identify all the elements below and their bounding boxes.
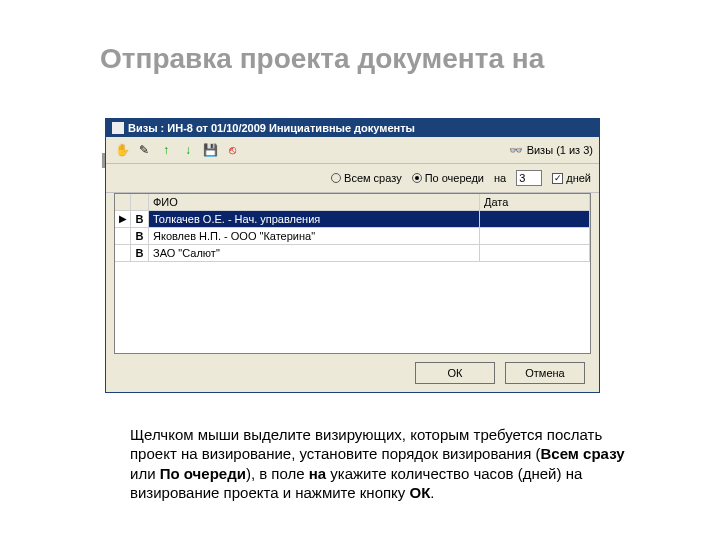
outro-t1: Щелчком мыши выделите визирующих, которы… (130, 426, 602, 463)
row-b: В (131, 245, 149, 261)
days-input[interactable] (516, 170, 542, 186)
outro-text: Щелчком мыши выделите визирующих, которы… (130, 405, 628, 503)
radio-icon (331, 173, 341, 183)
radio-all-at-once[interactable]: Всем сразу (331, 172, 402, 184)
days-checkbox[interactable]: дней (552, 172, 591, 184)
row-fio: ЗАО "Салют" (149, 245, 480, 261)
row-b: В (131, 228, 149, 244)
row-marker-icon (115, 228, 131, 244)
col-fio: ФИО (149, 194, 480, 210)
outro-b4: ОК (410, 484, 431, 501)
arrow-up-icon[interactable]: ↑ (156, 140, 176, 160)
outro-b2: По очереди (160, 465, 246, 482)
save-icon[interactable]: 💾 (200, 140, 220, 160)
visas-window: Визы : ИН-8 от 01/10/2009 Инициативные д… (105, 118, 600, 393)
add-icon[interactable]: ✋ (112, 140, 132, 160)
outro-t5: . (430, 484, 434, 501)
visas-counter-label: Визы (1 из 3) (527, 144, 593, 156)
row-fio: Яковлев Н.П. - ООО "Катерина" (149, 228, 480, 244)
table-row[interactable]: В ЗАО "Салют" (115, 245, 590, 262)
glasses-icon: 👓 (509, 144, 523, 157)
row-date (480, 228, 590, 244)
radio-seq-label: По очереди (425, 172, 484, 184)
toolbar: ✋ ✎ ↑ ↓ 💾 ⎋ 👓 Визы (1 из 3) (106, 137, 599, 164)
outro-t2: или (130, 465, 160, 482)
cancel-button[interactable]: Отмена (505, 362, 585, 384)
col-marker (115, 194, 131, 210)
radio-all-label: Всем сразу (344, 172, 402, 184)
checkbox-icon (552, 173, 563, 184)
outro-b1: Всем сразу (541, 445, 625, 462)
title-line-1: Отправка проекта документа на (100, 43, 544, 74)
row-marker-icon (115, 245, 131, 261)
radio-in-turn[interactable]: По очереди (412, 172, 484, 184)
options-row: Всем сразу По очереди на дней (106, 164, 599, 193)
row-fio: Толкачев О.Е. - Нач. управления (149, 211, 480, 227)
row-date (480, 245, 590, 261)
label-na: на (494, 172, 506, 184)
table-header: ФИО Дата (115, 194, 590, 211)
outro-b3: на (309, 465, 326, 482)
days-label: дней (566, 172, 591, 184)
visas-counter: 👓 Визы (1 из 3) (509, 144, 593, 157)
arrow-down-icon[interactable]: ↓ (178, 140, 198, 160)
window-titlebar: Визы : ИН-8 от 01/10/2009 Инициативные д… (106, 119, 599, 137)
row-date (480, 211, 590, 227)
col-b (131, 194, 149, 210)
visers-table: ФИО Дата ▶ В Толкачев О.Е. - Нач. управл… (114, 193, 591, 354)
table-row[interactable]: В Яковлев Н.П. - ООО "Катерина" (115, 228, 590, 245)
row-marker-icon: ▶ (115, 211, 131, 227)
row-b: В (131, 211, 149, 227)
table-body: ▶ В Толкачев О.Е. - Нач. управления В Як… (115, 211, 590, 353)
ok-button[interactable]: ОК (415, 362, 495, 384)
radio-icon (412, 173, 422, 183)
outro-t3: ), в поле (246, 465, 309, 482)
col-date: Дата (480, 194, 590, 210)
edit-icon[interactable]: ✎ (134, 140, 154, 160)
app-icon (112, 122, 124, 134)
button-row: ОК Отмена (106, 354, 599, 392)
window-title: Визы : ИН-8 от 01/10/2009 Инициативные д… (128, 122, 415, 134)
table-row[interactable]: ▶ В Толкачев О.Е. - Нач. управления (115, 211, 590, 228)
exit-icon[interactable]: ⎋ (222, 140, 242, 160)
